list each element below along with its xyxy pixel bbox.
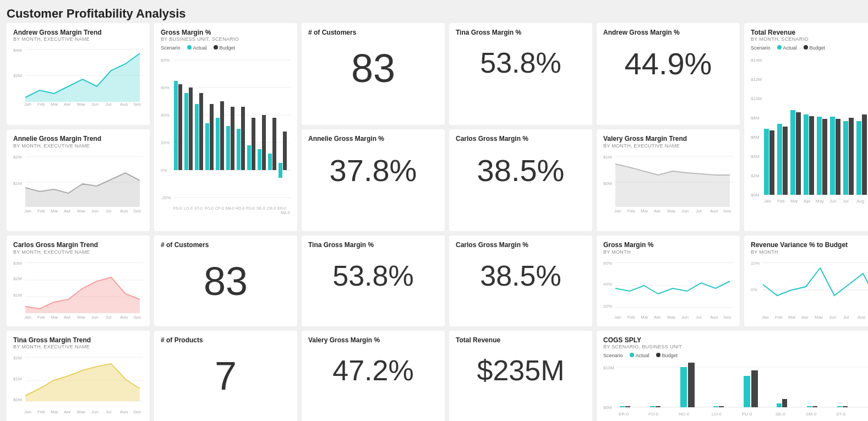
total-revenue-legend: Scenario Actual Budget: [751, 45, 868, 51]
svg-text:Aug: Aug: [856, 199, 864, 204]
svg-text:Jul: Jul: [106, 409, 111, 413]
svg-text:Mar: Mar: [641, 315, 648, 319]
svg-text:$6M: $6M: [751, 135, 760, 140]
svg-text:Jan: Jan: [24, 102, 31, 106]
svg-rect-160: [849, 118, 854, 195]
svg-text:Jul: Jul: [843, 199, 848, 204]
svg-text:Mar: Mar: [51, 409, 58, 413]
svg-text:FO-0: FO-0: [205, 206, 214, 210]
svg-text:FO-0: FO-0: [648, 412, 659, 417]
svg-text:$0M: $0M: [13, 397, 22, 402]
svg-text:Jul: Jul: [106, 102, 111, 106]
svg-text:20%: 20%: [603, 304, 612, 309]
card-gm-pct-month: Gross Margin % BY MONTH 60% 40% 20% Jan …: [597, 236, 740, 326]
num-customers-2-title: # of Customers: [161, 241, 291, 249]
svg-text:May: May: [815, 315, 823, 319]
svg-text:Jan: Jan: [24, 315, 31, 319]
svg-text:Jul: Jul: [106, 315, 111, 319]
svg-rect-125: [283, 165, 287, 170]
svg-text:Jan: Jan: [764, 199, 771, 204]
svg-rect-154: [809, 116, 814, 195]
svg-rect-273: [719, 406, 724, 407]
cogs-sply-legend: Scenario Actual Budget: [603, 353, 868, 358]
card-gm-pct-bu: Gross Margin % BY BUSINESS UNIT, SCENARI…: [154, 23, 297, 231]
svg-rect-114: [237, 129, 241, 170]
svg-text:0%: 0%: [161, 168, 167, 173]
svg-rect-153: [804, 114, 809, 195]
andrew-gm-pct-value: 44.9%: [603, 36, 733, 91]
card-andrew-trend: Andrew Gross Margin Trend BY MONTH, EXEC…: [7, 23, 150, 125]
svg-text:Jun: Jun: [91, 315, 99, 319]
svg-text:SM-0: SM-0: [806, 412, 817, 417]
svg-text:May: May: [667, 315, 675, 319]
num-customers-2-value: 83: [161, 249, 291, 313]
svg-text:Jun: Jun: [91, 409, 99, 413]
card-annelie-gm-pct: Annelie Gross Margin % 37.8%: [302, 129, 445, 231]
svg-text:CP-0: CP-0: [215, 206, 224, 210]
svg-rect-156: [822, 119, 827, 195]
gm-pct-bu-title: Gross Margin %: [161, 29, 291, 36]
svg-text:$4M: $4M: [13, 48, 22, 53]
tina-trend-title: Tina Gross Margin Trend: [13, 336, 143, 344]
svg-text:PU-0: PU-0: [246, 206, 255, 210]
carlos-gm-pct-2-title: Carlos Gross Margin %: [456, 241, 586, 249]
svg-rect-148: [769, 130, 774, 195]
carlos-trend-subtitle: BY MONTH, EXECUTIVE NAME: [13, 249, 143, 255]
svg-rect-118: [258, 149, 261, 170]
svg-text:$0M: $0M: [751, 193, 760, 198]
svg-rect-158: [836, 119, 840, 195]
svg-text:Apr: Apr: [64, 102, 71, 106]
card-tina-gm-pct-2: Tina Gross Margin % 53.8%: [302, 236, 445, 326]
svg-text:$10M: $10M: [603, 365, 614, 370]
card-andrew-gm-pct: Andrew Gross Margin % 44.9%: [597, 23, 740, 125]
svg-rect-275: [751, 370, 758, 407]
card-num-products: # of Products 7: [154, 331, 297, 421]
svg-rect-116: [247, 145, 251, 170]
svg-text:Apr: Apr: [64, 209, 71, 212]
svg-rect-111: [220, 101, 224, 170]
svg-text:Feb: Feb: [627, 209, 635, 212]
svg-text:Apr: Apr: [64, 409, 71, 413]
svg-rect-109: [210, 104, 214, 170]
svg-text:40%: 40%: [161, 113, 170, 118]
svg-text:Apr: Apr: [801, 315, 809, 319]
rev-variance-title: Revenue Variance % to Budget: [751, 241, 868, 249]
card-total-revenue-kpi: Total Revenue $235M: [449, 331, 592, 421]
svg-text:HO-0: HO-0: [679, 412, 690, 417]
num-customers-title: # of Customers: [308, 29, 438, 36]
card-annelie-trend: Annelie Gross Margin Trend BY MONTH, EXE…: [7, 129, 150, 231]
svg-text:Feb: Feb: [37, 209, 45, 212]
svg-text:ER-0: ER-0: [619, 412, 629, 417]
svg-text:$2M: $2M: [751, 173, 760, 178]
svg-text:60%: 60%: [161, 85, 170, 90]
svg-rect-271: [688, 363, 695, 407]
svg-text:$4M: $4M: [751, 154, 760, 159]
svg-text:Jun: Jun: [829, 199, 837, 204]
svg-text:Sep: Sep: [133, 409, 141, 413]
total-revenue-kpi-title: Total Revenue: [456, 336, 586, 344]
svg-rect-161: [856, 121, 861, 195]
svg-text:May: May: [77, 209, 85, 212]
card-num-customers: # of Customers 83: [302, 23, 445, 125]
num-customers-value: 83: [308, 36, 438, 100]
svg-rect-278: [807, 406, 812, 407]
svg-rect-157: [830, 117, 835, 195]
svg-text:0%: 0%: [751, 287, 757, 292]
svg-text:Sep: Sep: [133, 209, 141, 212]
valery-trend-title: Valery Gross Margin Trend: [603, 135, 733, 143]
svg-text:Aug: Aug: [120, 409, 128, 413]
tina-gm-pct-2-title: Tina Gross Margin %: [308, 241, 438, 249]
svg-text:Aug: Aug: [858, 315, 865, 319]
svg-text:SM-0: SM-0: [225, 206, 234, 210]
rev-variance-chart: 10% 0% Jan Feb Mar Apr May Jun Jul Aug S…: [751, 258, 868, 319]
tina-gm-pct-2-value: 53.8%: [308, 249, 438, 302]
svg-text:Aug: Aug: [120, 315, 128, 319]
annelie-trend-chart: $2M $1M Jan Feb Mar Apr May Jun Jul Aug …: [13, 152, 143, 212]
card-valery-gm-pct: Valery Gross Margin % 47.2%: [302, 331, 445, 421]
svg-text:Jul: Jul: [843, 315, 849, 319]
svg-text:$10M: $10M: [751, 96, 762, 101]
svg-text:Jan: Jan: [762, 315, 769, 319]
gm-pct-bu-subtitle: BY BUSINESS UNIT, SCENARIO: [161, 36, 291, 42]
svg-rect-155: [817, 117, 822, 195]
svg-rect-152: [796, 112, 801, 195]
